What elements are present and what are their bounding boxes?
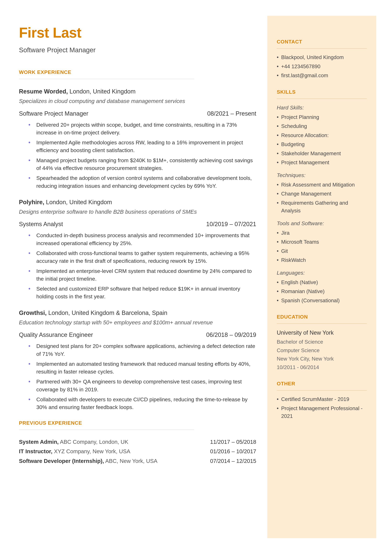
bullet-item: Delivered 20+ projects within scope, bud… — [28, 121, 256, 137]
job-role: Software Project Manager — [19, 109, 88, 118]
list-item: Romanian (Native) — [277, 288, 367, 295]
section-rule — [19, 429, 194, 430]
job-company-line: Growthsi, London, United Kingdom & Barce… — [19, 309, 256, 317]
list-item: Change Management — [277, 190, 367, 198]
list-item: Microsoft Teams — [277, 238, 367, 246]
education-field: Computer Science — [277, 346, 367, 354]
sidebar-rule — [277, 48, 367, 49]
techniques-label: Techniques: — [277, 171, 367, 179]
previous-company: XYZ Company, New York, USA — [54, 448, 130, 454]
job-company-line: Polyhire, London, United Kingdom — [19, 198, 256, 207]
list-item: Stakeholder Management — [277, 150, 367, 157]
education-degree: Bachelor of Science — [277, 338, 367, 346]
previous-title: System Admin, — [19, 439, 59, 445]
job-title: Software Project Manager — [19, 45, 256, 55]
education-location: New York City, New York — [277, 355, 367, 363]
list-item: Blackpool, United Kingdom — [277, 53, 367, 61]
job-role: Quality Assurance Engineer — [19, 330, 93, 339]
bullet-item: Implemented an enterprise-level CRM syst… — [28, 267, 256, 283]
bullet-item: Implemented Agile methodologies across R… — [28, 139, 256, 154]
education-dates: 10/2011 - 06/2014 — [277, 363, 367, 371]
tools-label: Tools and Software: — [277, 219, 367, 227]
previous-dates: 11/2017 – 05/2018 — [210, 438, 256, 446]
list-item: Budgeting — [277, 140, 367, 148]
previous-dates: 07/2014 – 12/2015 — [210, 457, 256, 465]
bullet-item: Designed test plans for 20+ complex soft… — [28, 342, 256, 358]
list-item: Project Management — [277, 159, 367, 167]
bullet-item: Collaborated with cross-functional teams… — [28, 249, 256, 265]
bullet-item: Implemented an automated testing framewo… — [28, 360, 256, 376]
hard-skills-label: Hard Skills: — [277, 104, 367, 112]
section-rule — [19, 79, 194, 79]
sidebar-rule — [277, 323, 367, 324]
list-item: +44 1234567890 — [277, 63, 367, 70]
previous-dates: 01/2016 – 10/2017 — [210, 447, 256, 456]
contact-block: CONTACT Blackpool, United Kingdom+44 123… — [277, 38, 367, 79]
job-description: Specializes in cloud computing and datab… — [19, 97, 256, 105]
job-block: Resume Worded, London, United Kingdom Sp… — [19, 87, 256, 190]
techniques-list: Risk Assessment and MitigationChange Man… — [277, 181, 367, 215]
job-location: London, United Kingdom — [46, 199, 112, 205]
previous-row: IT Instructor, XYZ Company, New York, US… — [19, 447, 256, 456]
list-item: Risk Assessment and Mitigation — [277, 181, 367, 189]
previous-left: Software Developer (Internship), ABC, Ne… — [19, 457, 157, 465]
resume-page: First Last Software Project Manager WORK… — [0, 0, 392, 554]
job-title-row: Quality Assurance Engineer 06/2018 – 09/… — [19, 330, 256, 339]
person-name: First Last — [19, 22, 256, 43]
sidebar-rule — [277, 98, 367, 99]
previous-left: IT Instructor, XYZ Company, New York, US… — [19, 447, 130, 456]
list-item: Spanish (Conversational) — [277, 297, 367, 304]
job-block: Growthsi, London, United Kingdom & Barce… — [19, 309, 256, 411]
job-bullets: Designed test plans for 20+ complex soft… — [19, 342, 256, 411]
sidebar-rule — [277, 390, 367, 391]
section-work-experience: WORK EXPERIENCE — [19, 68, 256, 76]
job-role: Systems Analyst — [19, 220, 63, 229]
job-company-line: Resume Worded, London, United Kingdom — [19, 87, 256, 96]
list-item: Project Management Professional - 2021 — [277, 404, 367, 420]
languages-list: English (Native)Romanian (Native)Spanish… — [277, 278, 367, 304]
job-bullets: Delivered 20+ projects within scope, bud… — [19, 121, 256, 190]
languages-label: Languages: — [277, 269, 367, 277]
list-item: Certified ScrumMaster - 2019 — [277, 395, 367, 403]
previous-left: System Admin, ABC Company, London, UK — [19, 438, 128, 446]
job-dates: 06/2018 – 09/2019 — [206, 330, 256, 339]
previous-row: Software Developer (Internship), ABC, Ne… — [19, 457, 256, 465]
previous-row: System Admin, ABC Company, London, UK 11… — [19, 438, 256, 446]
hard-skills-list: Project PlanningSchedulingResource Alloc… — [277, 113, 367, 167]
section-previous-experience: PREVIOUS EXPERIENCE — [19, 419, 256, 427]
bullet-item: Managed project budgets ranging from $24… — [28, 156, 256, 172]
list-item: English (Native) — [277, 278, 367, 286]
job-location: London, United Kingdom & Barcelona, Spai… — [48, 309, 167, 316]
bullet-item: Partnered with 30+ QA engineers to devel… — [28, 378, 256, 393]
section-contact: CONTACT — [277, 38, 367, 45]
job-dates: 10/2019 – 07/2021 — [206, 220, 256, 229]
list-item: first.last@gmail.com — [277, 71, 367, 79]
education-block: EDUCATION University of New York Bachelo… — [277, 313, 367, 371]
job-location: London, United Kingdom — [70, 88, 135, 95]
other-list: Certified ScrumMaster - 2019Project Mana… — [277, 395, 367, 420]
previous-title: IT Instructor, — [19, 448, 52, 454]
section-other: OTHER — [277, 380, 367, 387]
job-company: Growthsi, — [19, 309, 47, 316]
job-bullets: Conducted in-depth business process anal… — [19, 231, 256, 300]
bullet-item: Collaborated with developers to execute … — [28, 396, 256, 411]
job-description: Designs enterprise software to handle B2… — [19, 208, 256, 216]
list-item: Project Planning — [277, 113, 367, 121]
section-skills: SKILLS — [277, 88, 367, 96]
bullet-item: Selected and customized ERP software tha… — [28, 285, 256, 301]
list-item: Jira — [277, 229, 367, 237]
job-dates: 08/2021 – Present — [207, 109, 256, 118]
previous-company: ABC, New York, USA — [105, 458, 158, 464]
list-item: Scheduling — [277, 122, 367, 130]
previous-title: Software Developer (Internship), — [19, 458, 104, 464]
sidebar: CONTACT Blackpool, United Kingdom+44 123… — [267, 16, 376, 538]
job-title-row: Software Project Manager 08/2021 – Prese… — [19, 109, 256, 118]
list-item: Resource Allocation: — [277, 131, 367, 139]
list-item: Requirements Gathering and Analysis — [277, 199, 367, 215]
bullet-item: Spearheaded the adoption of version cont… — [28, 174, 256, 190]
job-company: Polyhire, — [19, 199, 44, 205]
previous-company: ABC Company, London, UK — [60, 439, 128, 445]
bullet-item: Conducted in-depth business process anal… — [28, 231, 256, 247]
list-item: RiskWatch — [277, 256, 367, 264]
other-block: OTHER Certified ScrumMaster - 2019Projec… — [277, 380, 367, 420]
